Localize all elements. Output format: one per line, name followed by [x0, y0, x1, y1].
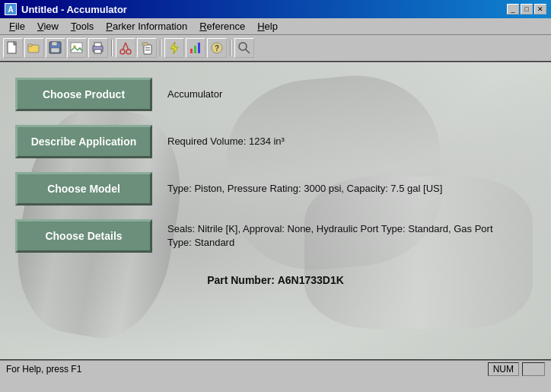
image-button[interactable] — [67, 38, 87, 58]
steps-container: Choose Product Accumulator Describe Appl… — [0, 62, 551, 301]
menu-help[interactable]: Help — [251, 19, 284, 33]
step-1-row: Choose Product Accumulator — [15, 78, 536, 111]
svg-rect-17 — [145, 47, 150, 49]
window-controls: _ □ ✕ — [507, 4, 546, 14]
step-2-row: Describe Application Required Volume: 12… — [15, 125, 536, 158]
cut-button[interactable] — [116, 38, 135, 58]
svg-rect-10 — [94, 49, 101, 53]
svg-rect-22 — [198, 43, 200, 53]
menu-reference[interactable]: Reference — [193, 19, 251, 33]
title-bar: A Untitled - Accumulator _ □ ✕ — [0, 0, 551, 18]
svg-rect-18 — [145, 49, 150, 51]
choose-model-button[interactable]: Choose Model — [15, 172, 152, 206]
menu-tools[interactable]: Tools — [65, 19, 100, 33]
describe-application-button[interactable]: Describe Application — [15, 125, 152, 158]
step-4-row: Choose Details Seals: Nitrile [K], Appro… — [15, 219, 536, 253]
separator-1 — [111, 40, 113, 56]
model-description: Type: Piston, Pressure Rating: 3000 psi,… — [167, 182, 442, 196]
app-icon: A — [5, 3, 17, 15]
menu-file[interactable]: File — [3, 19, 31, 33]
status-bar: For Help, press F1 NUM — [0, 359, 551, 378]
svg-rect-21 — [194, 46, 196, 53]
menu-parker-information[interactable]: Parker Information — [100, 19, 193, 33]
part-number-value: A6N1733D1K — [278, 274, 344, 286]
details-description: Seals: Nitrile [K], Approval: None, Hydr… — [167, 222, 495, 250]
status-right: NUM — [488, 362, 545, 376]
flash-button[interactable] — [164, 38, 184, 58]
chart-button[interactable] — [186, 38, 205, 58]
help-button[interactable]: ? — [207, 38, 227, 58]
menu-bar: File View Tools Parker Information Refer… — [0, 18, 551, 35]
svg-line-26 — [246, 49, 250, 53]
svg-rect-6 — [71, 43, 82, 53]
svg-text:?: ? — [215, 44, 219, 53]
application-description: Required Volume: 1234 in³ — [167, 135, 285, 148]
new-button[interactable] — [3, 38, 23, 58]
status-spacer — [522, 362, 545, 376]
toolbar: ? — [0, 35, 551, 62]
svg-rect-16 — [142, 43, 148, 46]
svg-rect-9 — [94, 43, 101, 46]
num-indicator: NUM — [488, 362, 519, 376]
svg-line-14 — [126, 43, 129, 50]
print-button[interactable] — [88, 38, 108, 58]
choose-product-button[interactable]: Choose Product — [15, 78, 152, 111]
open-button[interactable] — [24, 38, 44, 58]
step-3-row: Choose Model Type: Piston, Pressure Rati… — [15, 172, 536, 206]
main-content: Choose Product Accumulator Describe Appl… — [0, 62, 551, 359]
svg-rect-2 — [28, 44, 32, 46]
svg-line-13 — [123, 43, 126, 50]
help-text: For Help, press F1 — [6, 364, 81, 374]
close-button[interactable]: ✕ — [534, 4, 546, 14]
paste-button[interactable] — [137, 38, 157, 58]
separator-2 — [160, 40, 161, 56]
svg-marker-19 — [170, 42, 178, 54]
part-number-label: Part Number: — [207, 274, 275, 286]
save-button[interactable] — [46, 38, 65, 58]
window-title: Untitled - Accumulator — [21, 4, 127, 15]
choose-details-button[interactable]: Choose Details — [15, 219, 152, 253]
svg-rect-5 — [51, 48, 59, 53]
separator-3 — [230, 40, 231, 56]
product-description: Accumulator — [167, 88, 222, 101]
svg-rect-20 — [190, 49, 193, 53]
maximize-button[interactable]: □ — [521, 4, 533, 14]
menu-view[interactable]: View — [31, 19, 65, 33]
svg-point-25 — [239, 43, 247, 50]
svg-rect-4 — [52, 42, 57, 46]
minimize-button[interactable]: _ — [507, 4, 519, 14]
part-number-row: Part Number: A6N1733D1K — [15, 274, 536, 286]
search-button[interactable] — [234, 38, 254, 58]
